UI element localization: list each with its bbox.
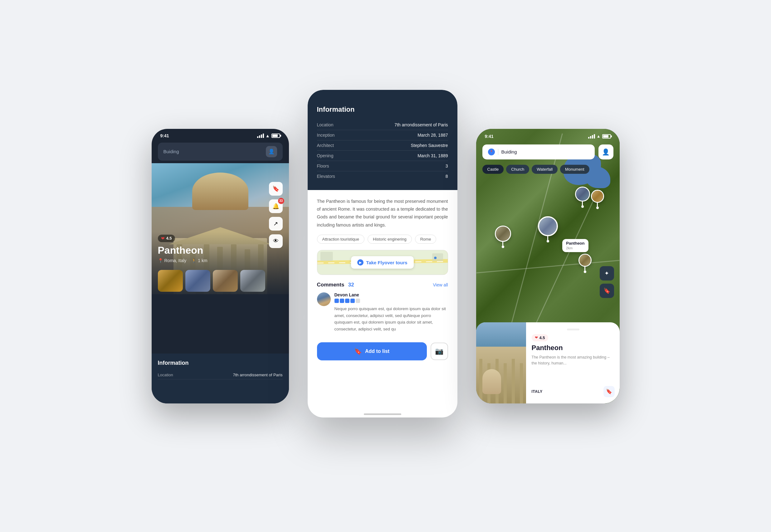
card-footer: ITALY 🔖 [532,386,615,397]
info-value-2: Stephen Sauvestre [411,143,448,148]
svg-rect-3 [320,252,333,261]
filter-chip-monument[interactable]: Monument [560,165,589,174]
phone3-search-text: Buiding [501,149,517,154]
comment-text: Neque porro quisquam est, qui dolorem ip… [334,305,448,332]
filter-chip-church[interactable]: Church [506,165,529,174]
bookmark-icon: 🔖 [603,287,610,294]
info-value-3: March 31, 1889 [417,153,448,158]
phone2-info-title: Information [317,105,448,114]
hero-rating: ❤ 4.5 [158,235,175,242]
star-2 [340,299,344,303]
hero-location: Roma, Italy [164,258,187,263]
flyover-button[interactable]: ▶ Take Flyover tours [351,256,413,269]
bookmark-icon: 🔖 [606,388,612,394]
comments-count: 32 [348,282,354,288]
info-value-4: 3 [446,164,448,168]
map-pin-2[interactable] [591,190,604,209]
info-value-0: 7th arrondissement of Paris [394,122,448,127]
phone1-notch [198,129,242,138]
card-country: ITALY [532,389,543,394]
pantheon-label-text: Pantheon [566,241,584,246]
phone3: 9:41 ▲ 📍 [476,129,620,403]
wifi-icon: ▲ [597,134,601,139]
info-row-4: Floors 3 [317,161,448,171]
phone2-tags: Attraction touristique Historic engineri… [308,235,457,250]
heart-icon: ❤ [161,236,165,241]
star-1 [334,299,339,303]
comments-title: Comments [317,282,344,288]
card-place-image [476,322,526,403]
phone1-status-icons: ▲ [257,133,280,138]
info-row-0: Location 7th arrondissement of Paris [317,120,448,130]
info-location-value: 7th arrondissement of Paris [233,373,283,377]
map-pin-1[interactable] [575,187,590,208]
phone1-hero-image: 🔖 🔔 33 ↗ 👁 ❤ 4.5 Pantheon [152,163,289,294]
filter-chip-castle[interactable]: Castle [482,165,504,174]
hero-meta: 📍 Roma, Italy 🚶 1 km [158,258,283,263]
card-drag-handle [567,329,579,330]
info-row-2: Architect Stephen Sauvestre [317,140,448,151]
card-save-button[interactable]: 🔖 [603,386,615,397]
phone3-action-buttons: ✦ 🔖 [600,266,614,298]
phone3-search-bar[interactable]: 📍 Buiding [482,144,595,159]
phone1-search-bar[interactable]: Buiding 👤 [158,143,283,161]
phone3-status-icons: ▲ [588,134,611,139]
tag-0[interactable]: Attraction touristique [317,235,365,244]
comments-header: Comments 32 View all [317,282,448,288]
phone1-avatar-button[interactable]: 👤 [266,146,277,157]
share-button[interactable]: ↗ [269,217,283,231]
thumbnail-1[interactable] [158,270,183,292]
map-pin-pantheon[interactable] [538,216,558,242]
info-value-1: March 28, 1887 [417,133,448,138]
save-map-button[interactable]: 🔖 [600,284,614,298]
comment-stars [334,299,448,303]
share-icon: ↗ [273,220,278,227]
distance-icon: 🚶 [191,258,197,263]
person-icon: 👤 [602,148,610,156]
signal-icon [257,134,264,138]
comment-body: Devon Lane Neque porro quisquam est, qui… [334,292,448,332]
tag-1[interactable]: Historic enginering [368,235,412,244]
info-value-5: 8 [446,174,448,179]
info-label-4: Floors [317,164,329,168]
app-scene: 9:41 ▲ Buiding 👤 [0,0,771,532]
bookmark-add-icon: 🔖 [354,348,362,355]
info-label-2: Architect [317,143,334,148]
map-pin-3[interactable] [495,226,511,248]
wifi-icon: ▲ [266,133,270,138]
info-row-location: Location 7th arrondissement of Paris [158,371,283,379]
phone3-bottom-card: ❤ 4.5 Pantheon The Pantheon is the most … [476,322,620,403]
info-section-title: Information [158,360,283,366]
notification-button[interactable]: 🔔 33 [269,199,283,213]
compass-button[interactable]: ✦ [600,266,614,281]
star-5 [356,299,360,303]
save-button[interactable]: 🔖 [269,182,283,196]
add-to-list-label: Add to list [365,349,389,354]
flyover-label: Take Flyover tours [366,260,407,265]
phone2-map-flyover[interactable]: ▶ Take Flyover tours [317,250,448,275]
thumbnail-3[interactable] [213,270,238,292]
camera-button[interactable]: 📷 [431,343,448,360]
card-rating: ❤ 4.5 [532,334,548,341]
play-icon: ▶ [357,259,364,266]
phone2-home-indicator [364,413,401,415]
info-label-3: Opening [317,153,334,158]
pantheon-distance: 2km [566,246,573,250]
map-pin-5[interactable] [578,254,592,273]
add-to-list-button[interactable]: 🔖 Add to list [317,342,427,360]
phone2-actions: 🔖 Add to list 📷 [308,337,457,367]
phone1-time: 9:41 [160,133,169,138]
phone1-info-section: Information Location 7th arrondissement … [152,354,289,403]
tag-2[interactable]: Rome [415,235,437,244]
star-3 [345,299,349,303]
camera-icon: 📷 [435,347,443,355]
thumbnail-4[interactable] [240,270,265,292]
phone3-avatar-button[interactable]: 👤 [598,144,613,159]
card-place-title: Pantheon [532,344,615,352]
notification-icon: 🔔 [272,203,279,210]
comment-avatar [317,292,331,306]
phone1-search-text: Buiding [163,149,179,154]
view-all-button[interactable]: View all [433,282,448,287]
thumbnail-2[interactable] [185,270,210,292]
filter-chip-waterfall[interactable]: Waterfall [532,165,558,174]
